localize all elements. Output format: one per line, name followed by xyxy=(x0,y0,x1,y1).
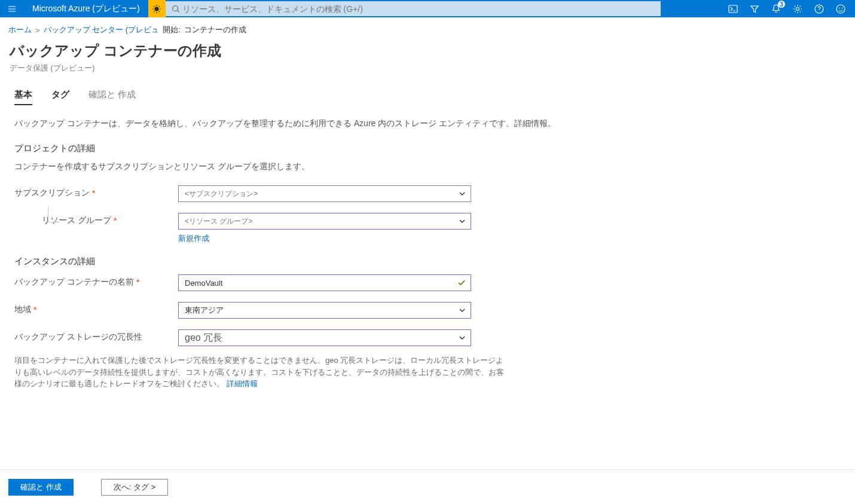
storage-redundancy-note: 項目をコンテナーに入れて保護した後でストレージ冗長性を変更することはできません。… xyxy=(14,355,505,390)
gear-icon xyxy=(792,4,803,14)
directory-filter-button[interactable] xyxy=(744,0,765,17)
help-icon xyxy=(814,4,825,14)
breadcrumb: ホーム > バックアップ センター (プレビュ 開始: コンテナーの作成 xyxy=(0,17,855,38)
review-and-create-button[interactable]: 確認と 作成 xyxy=(8,479,74,496)
help-button[interactable] xyxy=(808,0,830,17)
subscription-value: <サブスクリプション> xyxy=(185,189,258,199)
svg-line-5 xyxy=(154,6,154,7)
row-storage-redundancy: バックアップ ストレージの冗長性 geo 冗長 xyxy=(14,329,841,346)
svg-point-0 xyxy=(155,7,159,11)
search-icon xyxy=(172,5,180,13)
region-dropdown[interactable]: 東南アジア xyxy=(178,302,471,319)
region-label: 地域 * xyxy=(14,302,178,315)
notification-count-badge: 3 xyxy=(778,1,785,8)
vault-name-value: DemoVault xyxy=(185,279,222,288)
global-search[interactable] xyxy=(166,1,661,16)
page-subtitle: データ保護 (プレビュー) xyxy=(10,63,845,74)
top-nav-bar: Microsoft Azure (プレビュー) 3 xyxy=(0,0,855,17)
sun-icon xyxy=(152,4,161,14)
page-header: バックアップ コンテナーの作成 データ保護 (プレビュー) xyxy=(0,38,855,75)
tab-basic[interactable]: 基本 xyxy=(14,89,32,105)
required-asterisk: * xyxy=(136,277,139,287)
page-title: バックアップ コンテナーの作成 xyxy=(10,41,845,60)
chevron-down-icon xyxy=(459,307,466,314)
cloud-shell-icon xyxy=(728,4,738,14)
breadcrumb-current: コンテナーの作成 xyxy=(184,25,246,35)
wizard-footer: 確認と 作成 次へ: タグ > xyxy=(0,469,855,504)
svg-line-8 xyxy=(159,6,160,7)
project-details-heading: プロジェクトの詳細 xyxy=(14,143,841,154)
breadcrumb-separator: > xyxy=(35,26,40,35)
settings-button[interactable] xyxy=(787,0,808,17)
svg-line-10 xyxy=(177,10,179,12)
subscription-dropdown[interactable]: <サブスクリプション> xyxy=(178,185,471,202)
filter-icon xyxy=(749,4,760,14)
preview-badge-button[interactable] xyxy=(148,0,166,17)
vault-name-label: バックアップ コンテナーの名前 * xyxy=(14,274,178,288)
row-vault-name: バックアップ コンテナーの名前 * DemoVault xyxy=(14,274,841,291)
svg-point-14 xyxy=(836,5,845,13)
main-content: 基本 タグ 確認と 作成 バックアップ コンテナーは、データを格納し、バックアッ… xyxy=(0,75,855,469)
storage-redundancy-value: geo 冗長 xyxy=(185,332,222,344)
breadcrumb-home[interactable]: ホーム xyxy=(8,25,32,35)
svg-point-9 xyxy=(172,5,178,11)
notifications-button[interactable]: 3 xyxy=(765,0,787,17)
resource-group-label: リソース グループ * xyxy=(14,213,178,226)
brand-label: Microsoft Azure (プレビュー) xyxy=(24,4,148,14)
svg-point-15 xyxy=(839,7,840,8)
chevron-down-icon xyxy=(459,218,466,225)
topbar-actions: 3 xyxy=(722,0,855,17)
instance-details-heading: インスタンスの詳細 xyxy=(14,256,841,267)
feedback-button[interactable] xyxy=(830,0,851,17)
tab-tags[interactable]: タグ xyxy=(51,89,69,104)
description-text: バックアップ コンテナーは、データを格納し、バックアップを整理するために利用でき… xyxy=(14,117,841,130)
wizard-tabs: 基本 タグ 確認と 作成 xyxy=(14,89,841,105)
required-asterisk: * xyxy=(33,305,36,314)
svg-point-12 xyxy=(796,7,799,10)
row-subscription: サブスクリプション * <サブスクリプション> xyxy=(14,185,841,202)
tab-review-create[interactable]: 確認と 作成 xyxy=(88,89,136,104)
vault-name-input[interactable]: DemoVault xyxy=(178,274,471,291)
resource-group-dropdown[interactable]: <リソース グループ> xyxy=(178,213,471,230)
svg-rect-11 xyxy=(729,5,737,13)
chevron-down-icon xyxy=(459,190,466,197)
next-tags-button[interactable]: 次へ: タグ > xyxy=(101,479,168,496)
breadcrumb-start-label: 開始: xyxy=(163,25,181,35)
svg-line-6 xyxy=(159,11,160,11)
resource-group-value: <リソース グループ> xyxy=(185,216,252,227)
required-asterisk: * xyxy=(114,216,117,225)
search-input[interactable] xyxy=(182,4,661,14)
create-new-link[interactable]: 新規作成 xyxy=(178,233,209,244)
subscription-label: サブスクリプション * xyxy=(14,185,178,198)
hamburger-menu-button[interactable] xyxy=(0,0,24,17)
check-icon xyxy=(457,279,466,287)
smiley-icon xyxy=(835,4,846,14)
required-asterisk: * xyxy=(92,188,95,198)
svg-line-7 xyxy=(154,11,154,11)
region-value: 東南アジア xyxy=(185,305,224,316)
storage-note-learn-more-link[interactable]: 詳細情報 xyxy=(227,379,258,388)
cloud-shell-button[interactable] xyxy=(722,0,744,17)
project-details-desc: コンテナーを作成するサブスクリプションとリソース グループを選択します。 xyxy=(14,161,841,172)
breadcrumb-backup-center[interactable]: バックアップ センター (プレビュ xyxy=(44,25,160,35)
menu-icon xyxy=(7,4,17,14)
tree-indent-line xyxy=(48,207,60,222)
storage-redundancy-dropdown[interactable]: geo 冗長 xyxy=(178,329,471,346)
row-region: 地域 * 東南アジア xyxy=(14,302,841,319)
row-resource-group: リソース グループ * <リソース グループ> 新規作成 xyxy=(14,213,841,244)
svg-point-16 xyxy=(842,7,843,8)
storage-redundancy-label: バックアップ ストレージの冗長性 xyxy=(14,329,178,343)
chevron-down-icon xyxy=(459,334,466,341)
